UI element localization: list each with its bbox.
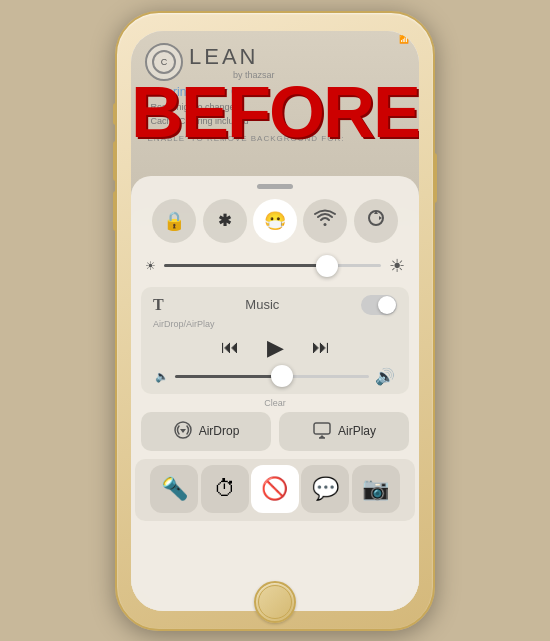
cc-handle (257, 184, 293, 189)
home-button-inner (258, 585, 292, 619)
volume-down-button[interactable] (113, 191, 117, 231)
app-logo-inner: C (152, 50, 176, 74)
brightness-low-icon: ☀ (145, 259, 156, 273)
clear-label: Clear (131, 398, 419, 408)
app-subtitle: by thazsar (233, 70, 275, 80)
flashlight-icon: 🔦 (161, 476, 188, 502)
screen-content: 📶 C LEAN by thazsar Resprinig/Clea (131, 31, 419, 611)
lock-icon: 🔒 (163, 210, 185, 232)
music-airdrop-label: AirDrop/AirPlay (153, 319, 397, 329)
music-type-icon: T (153, 296, 164, 314)
next-track-button[interactable]: ⏭ (312, 337, 330, 358)
bluetooth-toggle[interactable]: ✱ (203, 199, 247, 243)
brightness-slider-row: ☀ ☀ (131, 255, 419, 277)
home-button[interactable] (254, 581, 296, 623)
airplay-icon (312, 421, 332, 442)
rotation-icon (365, 207, 387, 234)
screen-lock-toggle[interactable]: 🔒 (152, 199, 196, 243)
messages-icon: 💬 (312, 476, 339, 502)
music-section: T Music AirDrop/AirPlay ⏮ ▶ ⏭ (141, 287, 409, 394)
mute-switch[interactable] (113, 103, 117, 125)
logo-c: C (161, 57, 168, 67)
share-buttons-row: AirDrop AirPlay (141, 412, 409, 451)
timer-icon: ⏱ (214, 476, 236, 502)
cc-toggles-row: 🔒 ✱ 😷 (131, 199, 419, 243)
airdrop-button[interactable]: AirDrop (141, 412, 271, 451)
music-toggle-knob (378, 296, 396, 314)
camera-icon: 📷 (362, 476, 389, 502)
airdrop-label: AirDrop (199, 424, 240, 438)
rotation-lock-toggle[interactable] (354, 199, 398, 243)
enable-label: 'ENABLE' TO REMOVE BACKGROUND FOR: (145, 134, 405, 143)
dnd-icon: 😷 (264, 210, 286, 232)
airplay-button[interactable]: AirPlay (279, 412, 409, 451)
brightness-slider[interactable] (164, 264, 381, 267)
cancel-icon: 🚫 (261, 476, 288, 502)
music-toggle[interactable] (361, 295, 397, 315)
dnd-toggle[interactable]: 😷 (253, 199, 297, 243)
app-desc-line1: - Resprinig/No change (145, 101, 405, 114)
camera-button[interactable]: 📷 (352, 465, 400, 513)
volume-up-button[interactable] (113, 141, 117, 181)
airplay-label: AirPlay (338, 424, 376, 438)
control-center: 🔒 ✱ 😷 (131, 176, 419, 611)
timer-button[interactable]: ⏱ (201, 465, 249, 513)
app-desc-line2: - Cache Clearing included (145, 115, 405, 128)
brightness-fill (164, 264, 327, 267)
messages-button[interactable]: 💬 (301, 465, 349, 513)
app-shortcuts-row: 🔦 ⏱ 🚫 💬 📷 (135, 459, 415, 521)
wifi-toggle[interactable] (303, 199, 347, 243)
play-button[interactable]: ▶ (267, 335, 284, 361)
brightness-high-icon: ☀ (389, 255, 405, 277)
phone-screen: 📶 C LEAN by thazsar Resprinig/Clea (131, 31, 419, 611)
music-title: Music (164, 297, 361, 312)
flashlight-button[interactable]: 🔦 (150, 465, 198, 513)
volume-slider-row: 🔈 🔊 (153, 367, 397, 386)
wifi-status-icon: 📶 (399, 35, 409, 44)
volume-fill (175, 375, 282, 378)
music-controls: ⏮ ▶ ⏭ (153, 335, 397, 361)
phone-shell: 📶 C LEAN by thazsar Resprinig/Clea (115, 11, 435, 631)
status-bar: 📶 (131, 31, 419, 49)
volume-low-icon: 🔈 (155, 370, 169, 383)
svg-rect-2 (314, 423, 330, 434)
airdrop-icon (173, 420, 193, 443)
cancel-button[interactable]: 🚫 (251, 465, 299, 513)
status-icons: 📶 (399, 35, 409, 44)
brightness-thumb[interactable] (316, 255, 338, 277)
volume-thumb[interactable] (271, 365, 293, 387)
volume-slider[interactable] (175, 375, 369, 378)
wifi-icon (314, 209, 336, 232)
previous-track-button[interactable]: ⏮ (221, 337, 239, 358)
app-link[interactable]: Resprinig/Clear Cache (145, 85, 405, 99)
bluetooth-icon: ✱ (218, 211, 231, 230)
music-header: T Music (153, 295, 397, 315)
power-button[interactable] (433, 153, 437, 203)
volume-high-icon: 🔊 (375, 367, 395, 386)
